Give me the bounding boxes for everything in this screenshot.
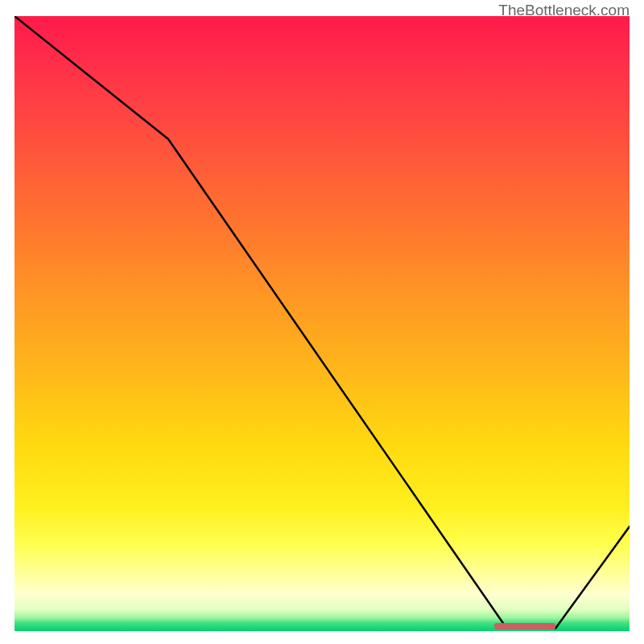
watermark-text: TheBottleneck.com bbox=[498, 2, 630, 19]
plot-area bbox=[14, 16, 630, 631]
minimum-marker bbox=[494, 623, 555, 630]
line-series bbox=[14, 16, 630, 631]
chart-container: TheBottleneck.com bbox=[0, 0, 644, 644]
